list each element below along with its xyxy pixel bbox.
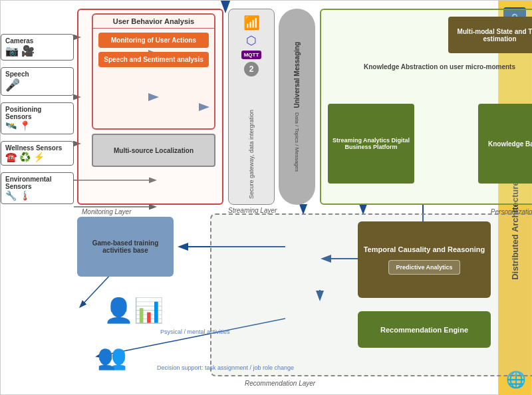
recommendation-layer-box: Temporal Causality and Reasoning Predict… — [210, 213, 532, 376]
recommendation-layer-label: Recommendation Layer — [245, 380, 315, 387]
personalization-layer: Multi-modal State and Trait estimation K… — [320, 9, 532, 205]
main-container: 🔒 Security & Privacy mechanisms Distribu… — [0, 0, 532, 395]
camera-label: Cameras — [5, 37, 69, 45]
positioning-icon: 🛰️ 📍 — [5, 120, 69, 131]
universal-messaging-text: Universal Messaging — [293, 42, 301, 108]
temporal-title: Temporal Causality and Reasoning — [364, 245, 485, 253]
sensors-column: Cameras 📷 🎥 Speech 🎤 Positioning Sensors… — [1, 14, 74, 211]
physical-mental-label: Psysical / mental activities — [160, 329, 230, 335]
predictive-analytics-inner: Predictive Analytics — [388, 260, 460, 275]
bridge-title: Secure gateway, data intergration — [248, 110, 255, 199]
wifi-icon: 📶 — [243, 15, 260, 31]
data-topics-text: Data / Topics / Messages — [294, 112, 300, 172]
user-behavior-title: User Behavior Analysis — [93, 15, 214, 29]
knowledge-abstraction: Knowledge Abstraction on user micro-mome… — [328, 63, 532, 70]
environmental-icon: 🔧 🌡️ — [5, 190, 69, 201]
positioning-sensor: Positioning Sensors 🛰️ 📍 — [1, 102, 74, 134]
knowledge-base-box: Knowledge Base — [478, 104, 532, 184]
circle-2: 2 — [244, 62, 259, 76]
streaming-analytics-box: Streaming Analytics Digital Business Pla… — [328, 104, 414, 184]
person-group-icon: 👥 — [97, 343, 127, 371]
content-area: User Behavior Analysis Monitoring of Use… — [74, 1, 498, 394]
recommendation-engine-box: Recommendation Engine — [358, 311, 491, 348]
wellness-icon: ☎️ ♻️ ⚡ — [5, 152, 69, 162]
monitoring-layer: User Behavior Analysis Monitoring of Use… — [77, 9, 223, 205]
bluetooth-icon: ⬡ — [246, 33, 257, 48]
mqtt-badge: MQTT — [241, 51, 262, 59]
environmental-label: Environmental Sensors — [5, 176, 69, 190]
environmental-sensor: Environmental Sensors 🔧 🌡️ — [1, 172, 74, 204]
person-tablet-icon: 👤📊 — [104, 297, 164, 325]
wellness-sensor: Wellness Sensors ☎️ ♻️ ⚡ — [1, 141, 74, 166]
decision-support-label: Decision support: task assignment / job … — [157, 364, 294, 371]
camera-icon: 📷 🎥 — [5, 45, 69, 57]
speech-sensor: Speech 🎤 — [1, 67, 74, 96]
speech-label: Speech — [5, 70, 69, 78]
sustage-bridge: 📶 ⬡ MQTT 2 Secure gateway, data intergra… — [228, 9, 275, 205]
speech-icon: 🎤 — [5, 78, 69, 92]
sentiment-box: Speech and Sentiment analysis — [98, 52, 209, 67]
temporal-causality-box: Temporal Causality and Reasoning Predict… — [358, 221, 491, 298]
monitoring-actions-box: Monitoring of User Actions — [98, 33, 209, 48]
game-based-box: Game-based training activities base — [77, 217, 174, 277]
wellness-label: Wellness Sensors — [5, 144, 69, 152]
user-behavior-box: User Behavior Analysis Monitoring of Use… — [92, 13, 215, 130]
localization-box: Multi-source Localization — [92, 134, 215, 167]
universal-messaging: Universal Messaging Data / Topics / Mess… — [279, 9, 315, 205]
bottom-section: Temporal Causality and Reasoning Predict… — [77, 210, 532, 390]
multimodal-box: Multi-modal State and Trait estimation — [448, 17, 532, 53]
positioning-label: Positioning Sensors — [5, 106, 69, 120]
camera-sensor: Cameras 📷 🎥 — [1, 34, 74, 61]
